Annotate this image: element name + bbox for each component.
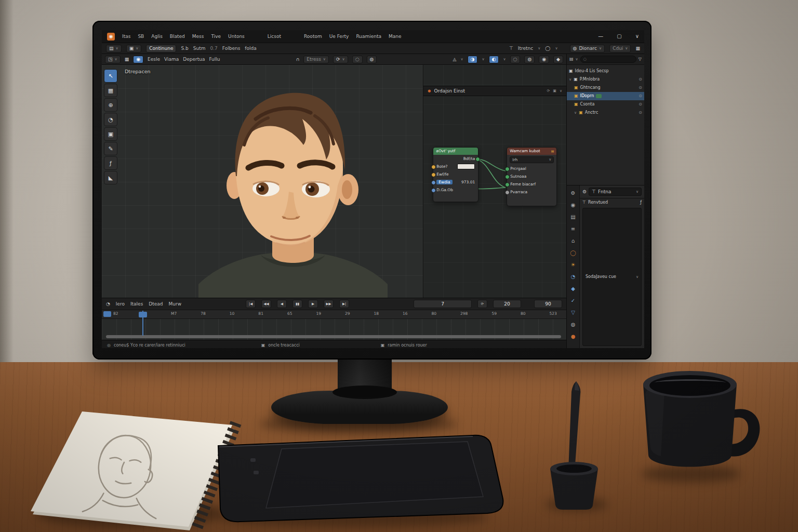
overlay-toggle-icon[interactable]: ◬: [453, 57, 457, 62]
bsdf-node-header[interactable]: aOvt' yutf: [433, 148, 478, 155]
menu-extra-2[interactable]: Ruamienta: [356, 34, 381, 39]
viewport-editor-dropdown[interactable]: ◳∨: [105, 56, 121, 63]
target-dropdown[interactable]: Irh∨: [510, 156, 554, 163]
tab-render[interactable]: ◉: [568, 200, 578, 210]
viewport-menu-add[interactable]: Depertua: [183, 57, 205, 62]
menu-extra-1[interactable]: Ue Ferty: [329, 34, 349, 39]
tab-texture[interactable]: ◍: [568, 319, 578, 330]
jump-start-button[interactable]: |◀: [246, 300, 256, 308]
workspace-tab-2[interactable]: Sutm: [193, 46, 206, 51]
tab-world[interactable]: ◯: [568, 247, 578, 258]
output-node-header[interactable]: Wamcam kubot ▤: [507, 148, 556, 155]
viewport-grid-icon[interactable]: ▦: [125, 57, 129, 62]
outliner-row-collection[interactable]: ∨ ▣ P.Mnlobra ⊙: [567, 75, 644, 84]
menu-object[interactable]: Blated: [170, 34, 185, 39]
tool-annotate-button[interactable]: ✎: [104, 142, 117, 155]
menu-window[interactable]: Licsot: [268, 34, 281, 39]
outliner-editor-icon[interactable]: ▤: [569, 57, 574, 61]
base-color-socket[interactable]: [431, 165, 436, 169]
input-value[interactable]: 973.01: [461, 180, 475, 184]
viewport-menu-view[interactable]: Eesle: [148, 57, 160, 62]
grid-toggle-icon[interactable]: ▦: [635, 46, 640, 51]
tool-rotate-button[interactable]: ◔: [104, 113, 117, 126]
visibility-icon[interactable]: ⊙: [639, 86, 642, 90]
workspace-tab-5[interactable]: folda: [245, 46, 256, 51]
tab-modifiers[interactable]: ◆: [568, 283, 578, 294]
tool-add-button[interactable]: ⊕: [104, 98, 117, 112]
filter-icon[interactable]: ▽: [639, 57, 642, 61]
outliner-search-input[interactable]: ○: [580, 56, 636, 63]
tab-output[interactable]: ▤: [568, 211, 578, 222]
transform-pivot-dropdown[interactable]: Itretnc: [518, 46, 533, 51]
tab-tool[interactable]: ⚙: [568, 188, 578, 198]
scene-dropdown[interactable]: ◍ Dionarc∨: [570, 45, 605, 52]
proportional-edit-dropdown[interactable]: ⟳∨: [333, 56, 348, 63]
tab-object-data[interactable]: ▽: [568, 307, 578, 318]
tab-constraints[interactable]: ✓: [568, 295, 578, 306]
shading-solid2-button[interactable]: ◍: [524, 56, 535, 63]
tab-particles[interactable]: ☀: [568, 259, 578, 270]
menu-extra-3[interactable]: Mane: [389, 34, 402, 39]
color-swatch[interactable]: [457, 164, 475, 169]
frame-start-field[interactable]: 20: [493, 300, 521, 308]
tool-transform-button[interactable]: ▣: [104, 127, 117, 141]
visibility-icon[interactable]: ⊙: [639, 102, 642, 107]
object-mode-icon[interactable]: ◉: [133, 56, 143, 63]
shading-render-button[interactable]: ◆: [553, 56, 563, 63]
tab-view-layer[interactable]: ≡: [568, 223, 578, 234]
tab-physics[interactable]: ◔: [568, 271, 578, 282]
outliner-row-scene[interactable]: ▣ Ideu-4 Lis Secsp: [567, 67, 644, 75]
shader-node-editor[interactable]: ● Ordajsn Einst ⟳ ▣ ∨: [423, 65, 566, 298]
tool-measure-button[interactable]: ◣: [104, 171, 117, 184]
workspace-tab-1[interactable]: S.b: [181, 46, 188, 51]
menu-add[interactable]: Aglis: [151, 34, 163, 39]
prev-keyframe-button[interactable]: ◀◀: [261, 300, 271, 308]
viewport-menu-select[interactable]: Viama: [164, 57, 179, 62]
shading-material-button[interactable]: ◍: [367, 56, 377, 63]
frame-end-field[interactable]: 90: [534, 300, 562, 308]
outliner-row-selected[interactable]: ▣ IDoprn ⊙: [567, 92, 644, 100]
app-logo-icon[interactable]: ◉: [107, 33, 115, 41]
thickness-socket[interactable]: [505, 190, 510, 195]
editor-type-dropdown[interactable]: ▤∨: [106, 45, 122, 52]
autokey-toggle[interactable]: [103, 311, 111, 317]
displacement-socket[interactable]: [505, 182, 510, 187]
playhead[interactable]: [142, 311, 143, 336]
timeline-scrollbar[interactable]: [106, 335, 561, 338]
visibility-icon[interactable]: ⊙: [639, 111, 642, 115]
fcurve-icon[interactable]: ƒ: [640, 201, 642, 205]
timeline-menu-view[interactable]: lero: [116, 302, 125, 307]
snap-dropdown[interactable]: Etress∨: [303, 56, 329, 63]
visibility-icon[interactable]: ⊙: [639, 94, 642, 98]
visibility-icon[interactable]: ⊙: [639, 77, 642, 82]
menu-render[interactable]: Untons: [228, 34, 245, 39]
current-frame-field[interactable]: 7: [414, 300, 472, 308]
menu-file[interactable]: Itas: [122, 34, 130, 39]
tool-cursor-button[interactable]: ▦: [104, 84, 117, 97]
shading-wire-button[interactable]: ◌: [510, 56, 521, 63]
menu-view[interactable]: Tive: [211, 34, 221, 39]
volume-socket[interactable]: [505, 175, 510, 179]
outliner-row-object-1[interactable]: ▣ Ghtncang ⊙: [567, 84, 644, 92]
material-output-node[interactable]: Wamcam kubot ▤ Irh∨ Prcrgaal Sutnoaa: [507, 147, 557, 206]
3d-viewport[interactable]: Dtrepacen ↖ ▦ ⊕ ◔ ▣ ✎ ƒ ◣: [102, 65, 423, 298]
playhead-flag[interactable]: [139, 312, 147, 317]
play-reverse-button[interactable]: ◀: [277, 300, 287, 308]
input-socket-3[interactable]: [431, 180, 436, 185]
jump-end-button[interactable]: ▶|: [339, 300, 349, 308]
tab-material[interactable]: ●: [568, 331, 578, 342]
outliner-row-object-2[interactable]: ▣ Csonta ⊙: [567, 100, 644, 109]
pause-button[interactable]: ▮▮: [292, 300, 302, 308]
snap-magnet-icon[interactable]: ∩: [296, 57, 300, 62]
menu-help[interactable]: Rootom: [304, 34, 322, 39]
tab-scene[interactable]: ⌂: [568, 235, 578, 246]
sync-icon[interactable]: ⟳: [477, 300, 487, 308]
viewport-menu-object[interactable]: Fullu: [209, 57, 220, 62]
maximize-button[interactable]: ▢: [617, 34, 621, 39]
shading-preview-button[interactable]: ◉: [539, 56, 549, 63]
input-socket-2[interactable]: [431, 172, 436, 177]
breadcrumb-dropdown[interactable]: ⊤ Fntna ∨: [589, 188, 642, 196]
clock-icon[interactable]: ◔: [106, 302, 110, 307]
minimize-button[interactable]: —: [598, 34, 603, 39]
timeline-menu-marker[interactable]: Itales: [130, 302, 143, 307]
